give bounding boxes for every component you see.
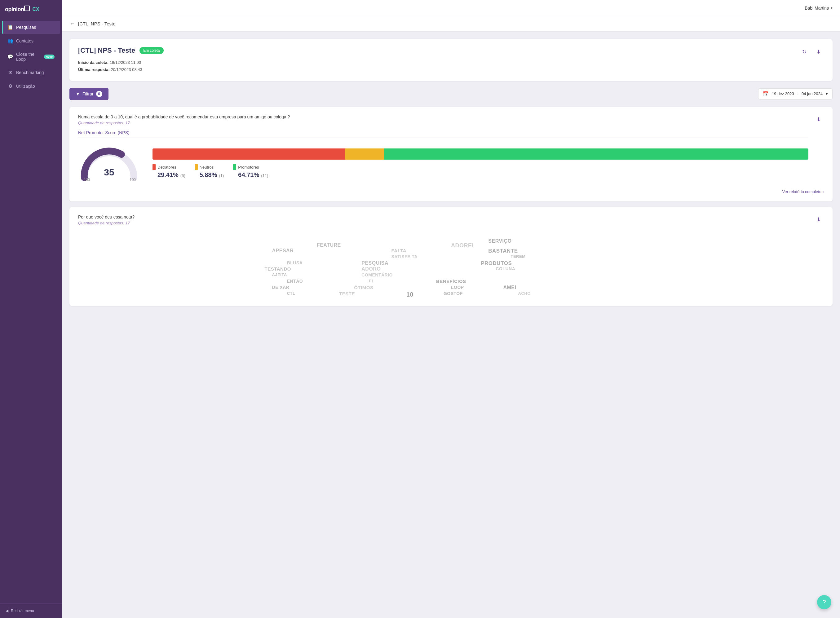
main-content: Babi Martins ▾ ← [CTL] NPS - Teste [CTL]… [62, 0, 840, 618]
word-cloud-word: 10 [406, 291, 413, 298]
wordcloud-download-button[interactable]: ⬇ [813, 214, 824, 225]
legend-neutros: Neutros 5.88% (1) [195, 164, 224, 178]
word-cloud-word: BLUSA [287, 260, 303, 265]
reduce-menu-label: Reduzir menu [11, 609, 34, 613]
word-cloud-word: COLUNA [496, 266, 515, 271]
word-cloud-word: AJEITA [272, 272, 287, 277]
survey-header-card: [CTL] NPS - Teste Em coleta Início da co… [70, 39, 833, 81]
user-menu[interactable]: Babi Martins ▾ [805, 6, 833, 10]
bar-promoter [384, 149, 809, 160]
survey-info: [CTL] NPS - Teste Em coleta Início da co… [78, 46, 164, 73]
date-chevron: ▾ [826, 91, 828, 96]
legend-detratores: Detratores 29.41% (5) [153, 164, 185, 178]
user-chevron: ▾ [831, 6, 833, 10]
nps-content: 35 -100 100 [78, 144, 809, 184]
logo-text: opinion [5, 6, 30, 13]
refresh-button[interactable]: ↻ [799, 46, 810, 57]
word-cloud-word: DEIXAR [272, 285, 290, 290]
legend-promotores: Promotores 64.71% (11) [233, 164, 268, 178]
filter-count: 0 [96, 91, 102, 97]
sidebar-item-label: Close the Loop [16, 52, 40, 62]
word-cloud-word: PRODUTOS [481, 260, 512, 266]
word-cloud-word: EI [369, 279, 373, 283]
word-cloud-word: TEREM [510, 254, 525, 259]
sidebar-item-label: Contatos [16, 39, 33, 43]
promoter-label: Promotores [238, 165, 259, 169]
word-cloud-word: TESTE [339, 291, 355, 296]
nps-response-count: Quantidade de respostas: 17 [78, 120, 809, 125]
download-button[interactable]: ⬇ [813, 46, 824, 57]
word-cloud-word: SATISFEITA [391, 254, 418, 259]
filter-button[interactable]: ▼ Filtrar 0 [70, 88, 109, 100]
survey-title-row: [CTL] NPS - Teste Em coleta [78, 46, 164, 55]
nps-legend: Detratores 29.41% (5) [153, 164, 809, 178]
nps-download-icon: ⬇ [816, 116, 821, 123]
back-button[interactable]: ← [70, 21, 75, 27]
date-end: 04 jan 2024 [801, 91, 823, 96]
nps-score: 35 [104, 167, 114, 178]
wordcloud-response-count: Quantidade de respostas: 17 [78, 221, 813, 225]
bar-neutral [345, 149, 384, 160]
word-cloud-word: ENTÃO [287, 279, 303, 284]
page-content: [CTL] NPS - Teste Em coleta Início da co… [62, 32, 840, 313]
word-cloud-word: ÓTIMOS [354, 285, 373, 290]
logo: opinion CX [0, 0, 62, 18]
pesquisas-icon: 📋 [7, 24, 13, 30]
survey-title: [CTL] NPS - Teste [78, 46, 135, 55]
survey-inicio-value: 19/12/2023 11:00 [110, 60, 141, 65]
word-cloud-word: CTL [287, 291, 295, 296]
word-cloud-word: GOSTOF [443, 291, 463, 296]
reduce-menu-button[interactable]: ◀ Reduzir menu [0, 603, 62, 618]
word-cloud-word: COMENTÁRIO [361, 272, 393, 277]
word-cloud-word: LOOP [451, 285, 464, 290]
word-cloud-word: TESTANDO [265, 266, 291, 272]
neutral-label: Neutros [199, 165, 214, 169]
detrator-count: (5) [180, 173, 185, 178]
sidebar-item-label: Pesquisas [16, 25, 36, 30]
word-cloud-word: SERVIÇO [488, 238, 511, 244]
calendar-icon: 📅 [763, 91, 769, 97]
word-cloud-word: AMEI [503, 285, 516, 290]
status-badge: Em coleta [140, 47, 164, 54]
sidebar-item-benchmarking[interactable]: ✉ Benchmarking [2, 66, 60, 79]
logo-box [24, 6, 30, 11]
word-cloud: SERVIÇOFEATUREADOREIAPESARFALTABASTANTES… [78, 230, 824, 299]
close-the-loop-icon: 💬 [7, 54, 13, 59]
word-cloud-word: FALTA [391, 248, 407, 253]
survey-ultima: Última resposta: 20/12/2023 08:43 [78, 66, 164, 73]
view-full-report-link[interactable]: Ver relatório completo › [78, 189, 824, 194]
filter-icon: ▼ [76, 91, 80, 97]
word-cloud-word: ADORO [361, 266, 381, 272]
wordcloud-question: Por que você deu essa nota? [78, 214, 813, 220]
help-fab[interactable]: ? [817, 595, 831, 609]
word-cloud-word: BASTANTE [488, 248, 517, 254]
nps-card: Numa escala de 0 a 10, qual é a probabil… [70, 107, 833, 202]
date-range-picker[interactable]: 📅 19 dez 2023 - 04 jan 2024 ▾ [758, 88, 833, 100]
word-cloud-word: ACHO [518, 291, 531, 296]
neutro-pct: 5.88% [199, 171, 217, 178]
survey-header: [CTL] NPS - Teste Em coleta Início da co… [78, 46, 824, 73]
user-name: Babi Martins [805, 6, 829, 10]
nps-download-button[interactable]: ⬇ [813, 114, 824, 125]
nps-bar-section: Detratores 29.41% (5) [153, 149, 809, 178]
sidebar-item-utilizacao[interactable]: ⚙ Utilização [2, 80, 60, 93]
neutro-count: (1) [219, 173, 224, 178]
detrator-dot [153, 164, 156, 170]
refresh-icon: ↻ [802, 49, 807, 55]
word-cloud-word: BENEFÍCIOS [436, 279, 466, 284]
benchmarking-icon: ✉ [7, 70, 13, 75]
sidebar-item-pesquisas[interactable]: 📋 Pesquisas [2, 21, 60, 34]
word-cloud-word: FEATURE [317, 242, 341, 248]
word-cloud-word: PESQUISA [361, 260, 388, 266]
sidebar-item-label: Benchmarking [16, 70, 44, 75]
topbar: Babi Martins ▾ [62, 0, 840, 16]
sidebar-item-close-the-loop[interactable]: 💬 Close the Loop Novo [2, 48, 60, 65]
contatos-icon: 👥 [7, 38, 13, 44]
nps-label: Net Promoter Score (NPS) [78, 130, 809, 138]
reduce-menu-icon: ◀ [6, 609, 8, 613]
sidebar-item-contatos[interactable]: 👥 Contatos [2, 34, 60, 48]
neutral-dot [195, 164, 198, 170]
breadcrumb-bar: ← [CTL] NPS - Teste [62, 16, 840, 32]
promoter-pct: 64.71% [238, 171, 259, 178]
detrator-pct: 29.41% [158, 171, 178, 178]
